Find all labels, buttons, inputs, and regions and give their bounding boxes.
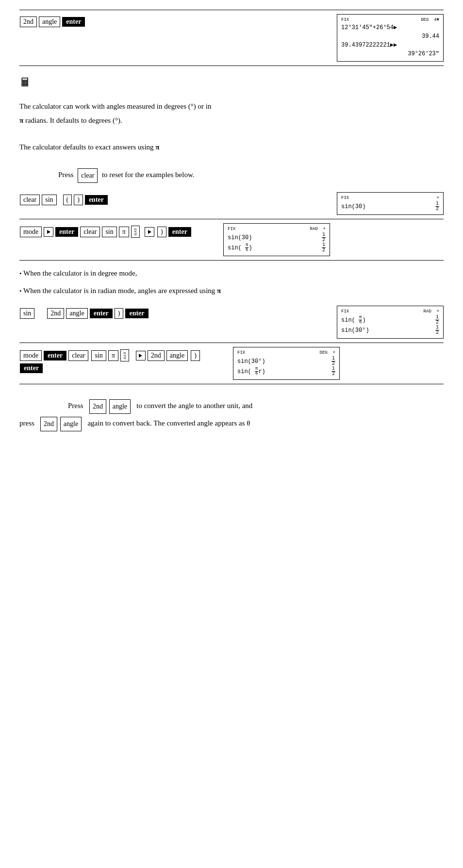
key-enter-5b[interactable]: enter — [20, 363, 43, 373]
key-enter-3a[interactable]: enter — [55, 227, 78, 237]
key-mode-5[interactable]: mode — [20, 350, 42, 361]
section-row-2: clear sin ( ) enter FIX + sin(30) 1 — [19, 188, 444, 219]
key-mode-3[interactable]: mode — [20, 227, 42, 237]
key-sin-5[interactable]: sin — [91, 350, 106, 361]
screen-text-1-3: 39.43972222221▶▶ — [341, 41, 397, 49]
screen-text-1-1: 12°31'45"+26°54▶ — [341, 23, 397, 32]
text-para-clear: Press clear to reset for the examples be… — [58, 168, 444, 183]
key-clear-2[interactable]: clear — [20, 195, 40, 205]
key-2nd-4[interactable]: 2nd — [47, 308, 64, 319]
screen-expr-2: sin(30) — [341, 202, 365, 211]
screen-result-2: 1 2 — [435, 201, 439, 212]
key-pi-3[interactable]: π — [119, 227, 129, 237]
screen-status-3: RAD + — [310, 227, 326, 231]
text-block-3: Press 2nd angle to convert the angle to … — [19, 399, 444, 432]
screen-line-5-2: sin( π 6 r) 1 2 — [237, 366, 335, 377]
screen-expr-4-1: sin( π 6 ) — [341, 315, 366, 325]
screen-header-4: FIX RAD + — [341, 309, 439, 314]
key-2nd[interactable]: 2nd — [20, 16, 37, 27]
frac-pi-6-5: π 6 — [255, 367, 258, 376]
screen-result-5-2: 1 2 — [331, 366, 335, 377]
key-close-paren-4[interactable]: ) — [115, 308, 124, 319]
key-sin-3[interactable]: sin — [102, 227, 116, 237]
calc-screen-5: FIX DEG + sin(30°) 1 2 sin — [233, 347, 340, 380]
key-2nd-inline-1[interactable]: 2nd — [89, 399, 106, 414]
key-enter-1[interactable]: enter — [62, 17, 85, 27]
key-nd-3[interactable]: nd — [131, 226, 140, 238]
frac-half-4-2: 1 2 — [435, 325, 439, 335]
key-clear-5[interactable]: clear — [68, 350, 88, 361]
key-close-paren-3[interactable]: ) — [157, 227, 166, 237]
screen-header-5: FIX DEG + — [237, 350, 335, 355]
bullet-1: • — [19, 270, 22, 277]
screen-col-4: FIX RAD + sin( π 6 ) 1 — [337, 306, 444, 339]
key-angle-inline-2[interactable]: angle — [60, 417, 82, 431]
key-angle-5[interactable]: angle — [166, 350, 188, 361]
screen-line-4-1: sin( π 6 ) 1 2 — [341, 315, 439, 325]
screen-result-3-1: 1 2 — [322, 232, 326, 243]
frac-half-4-1: 1 2 — [435, 315, 439, 325]
key-clear-3[interactable]: clear — [80, 227, 100, 237]
key-enter-4a[interactable]: enter — [90, 309, 113, 318]
key-enter-3b[interactable]: enter — [168, 227, 191, 237]
key-nd-5[interactable]: nd — [120, 349, 130, 361]
key-right-arrow-3b[interactable] — [145, 227, 154, 237]
screen-line-1-1: 12°31'45"+26°54▶ — [341, 23, 439, 32]
key-angle-4[interactable]: angle — [66, 308, 87, 319]
screen-mode-2: FIX — [341, 196, 349, 200]
key-close-paren-5[interactable]: ) — [191, 350, 200, 361]
key-right-arrow-5[interactable] — [136, 351, 146, 360]
screen-col-2: FIX + sin(30) 1 2 — [337, 192, 444, 215]
screen-result-5-1: 1 2 — [331, 356, 335, 366]
screen-expr-5-2: sin( π 6 r) — [237, 367, 265, 376]
screen-expr-5-1: sin(30°) — [237, 357, 265, 366]
key-2nd-5[interactable]: 2nd — [148, 350, 165, 361]
screen-line-4-2: sin(30°) 1 2 — [341, 325, 439, 335]
calculator-icon: 🖩 — [19, 73, 31, 93]
key-open-paren-2[interactable]: ( — [63, 195, 72, 205]
screen-body-3: sin(30) 1 2 sin( π 6 — [228, 232, 326, 253]
screen-line-5-1: sin(30°) 1 2 — [237, 356, 335, 366]
text-para-2: π radians. It defaults to degrees (°). — [19, 115, 444, 127]
screen-col-3: FIX RAD + sin(30) 1 2 sin( — [223, 223, 330, 256]
key-sin-2[interactable]: sin — [42, 195, 56, 205]
section-row-1: 2nd angle enter FIX DEG 4▼ 12°31'45"+26°… — [19, 10, 444, 66]
text-block-1: 🖩 The calculator can work with angles me… — [19, 73, 444, 183]
key-pi-5[interactable]: π — [108, 350, 118, 361]
keys-col-4: sin 2nd angle enter ) enter — [19, 306, 327, 321]
key-sin-4[interactable]: sin — [20, 308, 34, 319]
keys-col-3: mode enter clear sin π nd ) enter — [19, 223, 214, 240]
key-enter-2[interactable]: enter — [85, 195, 108, 205]
screen-header-2: FIX + — [341, 196, 439, 200]
screen-col-1: FIX DEG 4▼ 12°31'45"+26°54▶ 39.44 39.439… — [337, 14, 444, 62]
key-enter-4b[interactable]: enter — [125, 309, 148, 318]
key-angle-inline-1[interactable]: angle — [109, 399, 131, 414]
frac-pi-6-3: π 6 — [245, 243, 248, 252]
calc-screen-2: FIX + sin(30) 1 2 — [337, 192, 444, 215]
screen-mode-3: FIX — [228, 227, 235, 231]
calc-screen-3: FIX RAD + sin(30) 1 2 sin( — [223, 223, 330, 256]
text-radian-bullet: • When the calculator is in radian mode,… — [19, 285, 444, 297]
text-convert-1: Press 2nd angle to convert the angle to … — [68, 399, 444, 414]
key-close-paren-2[interactable]: ) — [74, 195, 83, 205]
frac-half-3-2: 1 2 — [322, 243, 326, 253]
keys-col-2: clear sin ( ) enter — [19, 192, 327, 208]
key-angle[interactable]: angle — [39, 16, 60, 27]
screen-line-2-1: sin(30) 1 2 — [341, 201, 439, 212]
key-right-arrow-3[interactable] — [44, 227, 53, 237]
frac-half-3-1: 1 2 — [322, 232, 326, 243]
keys-col-1: 2nd angle enter — [19, 14, 327, 30]
text-para-3: The calculator defaults to exact answers… — [19, 141, 444, 154]
frac-pi-6-4: π 6 — [359, 315, 362, 325]
text-para-1: The calculator can work with angles meas… — [19, 100, 444, 113]
screen-body-5: sin(30°) 1 2 sin( π 6 — [237, 356, 335, 377]
key-2nd-inline-2[interactable]: 2nd — [40, 417, 57, 431]
screen-col-5: FIX DEG + sin(30°) 1 2 sin — [233, 347, 340, 380]
screen-expr-4-2: sin(30°) — [341, 326, 369, 335]
screen-result-3-2: 1 2 — [322, 243, 326, 253]
key-enter-5a[interactable]: enter — [44, 351, 66, 360]
screen-text-1-4: 39°26'23" — [408, 49, 439, 58]
screen-result-4-1: 1 2 — [435, 315, 439, 325]
key-clear-inline[interactable]: clear — [78, 168, 98, 183]
section-row-4: sin 2nd angle enter ) enter FIX RAD + si… — [19, 302, 444, 343]
